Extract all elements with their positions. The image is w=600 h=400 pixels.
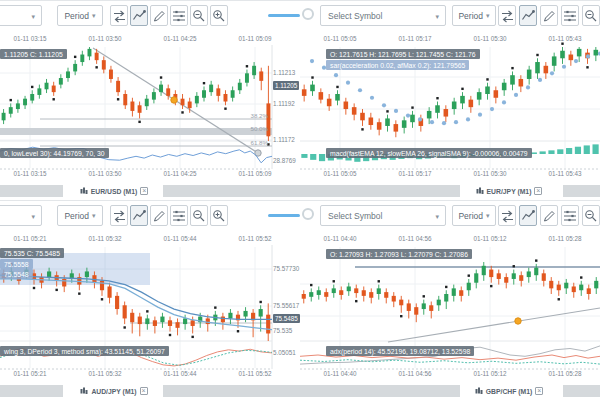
levels-icon: [563, 209, 577, 223]
symbol-select[interactable]: Select Symbol▾: [320, 5, 446, 26]
zoom-slider-handle[interactable]: [302, 208, 314, 220]
swap-icon: [500, 209, 514, 223]
period-select[interactable]: Period▾: [57, 205, 103, 226]
swap-icon-button[interactable]: [498, 205, 516, 226]
levels-icon-button[interactable]: [561, 205, 579, 226]
tab-label: EUR/USD (M1): [91, 188, 137, 195]
candlestick-icon: [475, 387, 483, 395]
ohlc-info-label: O: 121.7615 H: 121.7695 L: 121.7455 C: 1…: [326, 49, 480, 59]
zoom-out-icon: [584, 209, 598, 223]
scrollbar-block[interactable]: [0, 185, 63, 197]
time-axis-label: 01-11 05:28: [536, 370, 594, 377]
period-label: Period: [64, 211, 89, 221]
time-axis-label: 01-11 03:50: [76, 170, 134, 177]
line-chart-icon-button[interactable]: [519, 5, 537, 26]
period-select[interactable]: Period▾: [452, 205, 496, 226]
symbol-select[interactable]: ▾: [0, 205, 42, 226]
time-axis-label: 01-11 05:30: [461, 170, 519, 177]
zoom-slider-handle[interactable]: [302, 8, 314, 20]
zoom-out-icon-button[interactable]: [582, 205, 600, 226]
close-icon[interactable]: ×: [534, 187, 542, 195]
line-chart-icon-button[interactable]: [519, 205, 537, 226]
pencil-icon-button[interactable]: [540, 205, 558, 226]
levels-icon: [172, 9, 186, 23]
period-select[interactable]: Period▾: [452, 5, 496, 26]
chart-tab[interactable]: AUD/JPY (M1) ×: [78, 385, 150, 397]
indicator-info-label: sar(acceleration 0.02, afMax 0.2): 121.7…: [326, 60, 469, 70]
time-axis-label: 01-11 05:21: [1, 370, 59, 377]
chevron-down-icon: ▾: [435, 213, 439, 220]
pencil-icon: [542, 9, 556, 23]
chart-panel-eurusd: ▾ Period▾ EUR/USD (M1) × 01-11 03:1501-1…: [0, 0, 300, 200]
chart-tab[interactable]: EUR/USD (M1) ×: [78, 185, 150, 197]
price-axis-label: 1.11213: [273, 69, 295, 76]
pencil-icon-button[interactable]: [150, 205, 168, 226]
swap-icon-button[interactable]: [498, 5, 516, 26]
scrollbar-block[interactable]: [563, 385, 600, 397]
zoom-slider[interactable]: [268, 214, 300, 217]
scrollbar-block[interactable]: [0, 385, 63, 397]
time-axis-label: 01-11 05:30: [461, 35, 519, 42]
pencil-icon-button[interactable]: [150, 5, 168, 26]
bottom-scrollbar[interactable]: EUR/USD (M1) ×: [0, 185, 300, 197]
time-axis-label: 01-11 05:05: [311, 170, 369, 177]
time-axis-label: 01-11 05:32: [76, 235, 134, 242]
time-axis-label: 01-11 04:40: [311, 370, 369, 377]
bottom-scrollbar[interactable]: GBP/CHF (M1) ×: [300, 385, 600, 397]
chart-tab[interactable]: GBP/CHF (M1) ×: [472, 385, 546, 397]
levels-icon-button[interactable]: [170, 205, 188, 226]
ohlc-info-label: 0, lowLevel 30): 44.19769, 70, 30: [0, 148, 109, 158]
fib-level-label: 61.8%: [228, 139, 268, 146]
line-chart-icon-button[interactable]: [130, 5, 148, 26]
swap-icon: [500, 9, 514, 23]
chart-tab[interactable]: EUR/JPY (M1) ×: [472, 185, 546, 197]
price-axis-label: 28.8769: [273, 157, 296, 164]
swap-icon: [112, 209, 126, 223]
price-axis-label: 1.11192: [273, 100, 295, 107]
time-axis-label: 01-11 05:44: [151, 370, 209, 377]
zoom-in-icon-button[interactable]: [210, 5, 228, 26]
period-select[interactable]: Period▾: [57, 5, 103, 26]
levels-icon-button[interactable]: [170, 5, 188, 26]
swap-icon-button[interactable]: [110, 205, 128, 226]
scrollbar-block[interactable]: [163, 185, 300, 197]
line-chart-icon-button[interactable]: [130, 205, 148, 226]
scrollbar-block[interactable]: [300, 185, 460, 197]
pencil-icon: [152, 9, 166, 23]
symbol-select[interactable]: Select Symbol▾: [320, 205, 446, 226]
zoom-in-icon-button[interactable]: [210, 205, 228, 226]
zoom-out-icon-button[interactable]: [582, 5, 600, 26]
levels-icon-button[interactable]: [561, 5, 579, 26]
scrollbar-block[interactable]: [300, 385, 460, 397]
symbol-select[interactable]: ▾: [0, 5, 42, 26]
pencil-icon-button[interactable]: [540, 5, 558, 26]
period-label: Period: [458, 11, 483, 21]
scrollbar-block[interactable]: [563, 185, 600, 197]
time-axis-label: 01-11 03:50: [76, 35, 134, 42]
close-icon[interactable]: ×: [140, 187, 148, 195]
ohlc-info-label: 75.535 C: 75.5485: [0, 248, 64, 258]
close-icon[interactable]: ×: [535, 387, 543, 395]
bottom-scrollbar[interactable]: EUR/JPY (M1) ×: [300, 185, 600, 197]
period-label: Period: [458, 211, 483, 221]
swap-icon: [112, 9, 126, 23]
price-axis-label: 75.55617: [273, 302, 299, 309]
pencil-icon: [152, 209, 166, 223]
chevron-down-icon: ▾: [486, 212, 490, 219]
swap-icon-button[interactable]: [110, 5, 128, 26]
zoom-slider[interactable]: [268, 14, 300, 17]
time-axis-label: 01-11 05:52: [226, 235, 284, 242]
zoom-out-icon: [192, 9, 206, 23]
chevron-down-icon: ▾: [92, 212, 96, 219]
bottom-scrollbar[interactable]: AUD/JPY (M1) ×: [0, 385, 300, 397]
price-axis-label: 1.11172: [273, 136, 295, 143]
zoom-out-icon-button[interactable]: [190, 5, 208, 26]
indicator-info-label: 75.5558: [0, 259, 33, 269]
ohlc-info-label: adx(period 14): 45.52196, 19.08712, 13.5…: [326, 346, 474, 356]
scrollbar-block[interactable]: [163, 385, 300, 397]
time-axis-label: 01-11 05:12: [461, 235, 519, 242]
fib-level-label: 38.2%: [228, 112, 268, 119]
candlestick-icon: [476, 187, 484, 195]
close-icon[interactable]: ×: [140, 387, 148, 395]
zoom-out-icon-button[interactable]: [190, 205, 208, 226]
